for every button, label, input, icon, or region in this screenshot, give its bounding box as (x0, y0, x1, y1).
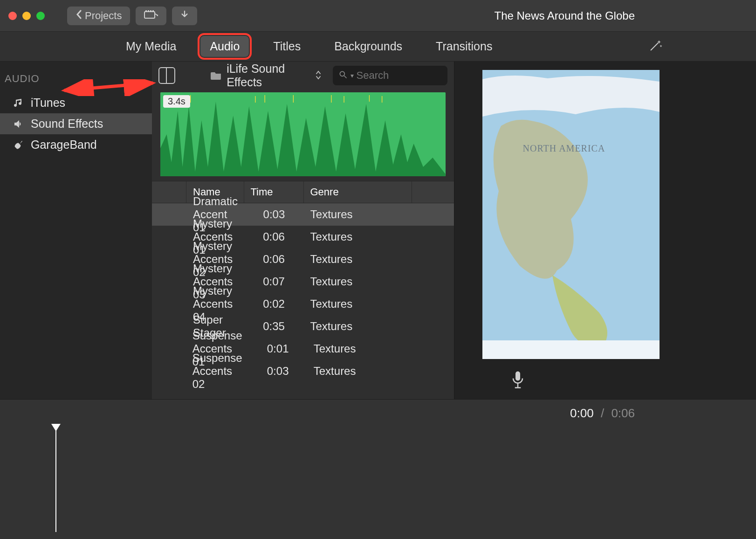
microphone-icon (510, 382, 525, 390)
table-row[interactable]: Suspense Accents 020:03Textures (152, 360, 454, 382)
row-time: 0:06 (244, 230, 304, 243)
svg-text:NORTH AMERICA: NORTH AMERICA (522, 143, 605, 153)
chevron-left-icon (76, 10, 82, 22)
filmstrip-icon (144, 10, 158, 22)
window-title: The News Around the Globe (494, 9, 635, 22)
svg-rect-1 (145, 10, 147, 12)
waveform-icon (160, 92, 446, 176)
tab-backgrounds[interactable]: Backgrounds (325, 36, 412, 57)
svg-rect-2 (148, 10, 149, 12)
row-genre: Textures (304, 230, 412, 243)
minimize-window-button[interactable] (22, 12, 31, 20)
column-extra[interactable] (412, 181, 454, 203)
download-button[interactable] (172, 7, 197, 25)
svg-point-7 (340, 71, 344, 76)
waveform-preview[interactable]: 3.4s (160, 92, 446, 176)
timeline[interactable]: 0:00 / 0:06 (0, 399, 756, 539)
row-name: Suspense Accents 02 (186, 352, 249, 391)
audio-source-picker[interactable]: iLife Sound Effects (211, 62, 321, 89)
audio-sidebar: AUDIO iTunes Sound Effects GarageBand (0, 62, 152, 399)
row-genre: Textures (304, 208, 412, 221)
time-duration: 0:06 (611, 406, 635, 420)
row-genre: Textures (304, 320, 412, 333)
row-time: 0:35 (244, 320, 304, 333)
preview-pane: NORTH AMERICA (454, 62, 756, 399)
sidebar-item-label: GarageBand (31, 138, 97, 152)
download-arrow-icon (180, 10, 189, 22)
tab-titles[interactable]: Titles (264, 36, 310, 57)
svg-rect-3 (150, 10, 151, 12)
row-time: 0:02 (244, 297, 304, 311)
sidebar-item-itunes[interactable]: iTunes (0, 92, 152, 113)
tab-audio[interactable]: Audio (200, 36, 249, 57)
column-time[interactable]: Time (244, 181, 304, 203)
waveform-duration-badge: 3.4s (163, 95, 190, 108)
guitar-icon (12, 139, 24, 151)
magic-wand-button[interactable] (648, 38, 663, 56)
sidebar-header: AUDIO (0, 73, 152, 85)
time-readout: 0:00 / 0:06 (570, 406, 635, 421)
row-genre: Textures (307, 342, 412, 355)
audio-browser: iLife Sound Effects ▾ 3.4s (152, 62, 454, 399)
search-field[interactable]: ▾ (333, 66, 447, 85)
sidebar-item-label: Sound Effects (31, 117, 103, 131)
folder-icon (211, 69, 222, 83)
row-time: 0:03 (249, 365, 307, 378)
svg-rect-4 (152, 10, 154, 12)
row-genre: Textures (304, 275, 412, 288)
time-separator: / (601, 406, 604, 420)
row-genre: Textures (304, 297, 412, 311)
table-row[interactable]: Mystery Accents 040:02Textures (152, 293, 454, 315)
time-current: 0:00 (570, 406, 594, 420)
audio-table: Name Time Genre Dramatic Accent 010:03Te… (152, 181, 454, 399)
updown-chevrons-icon (315, 69, 322, 83)
row-time: 0:01 (249, 342, 307, 355)
projects-back-button[interactable]: Projects (67, 7, 130, 25)
close-window-button[interactable] (8, 12, 17, 20)
row-time: 0:03 (244, 208, 304, 221)
browser-topbar: iLife Sound Effects ▾ (152, 62, 454, 90)
sidebar-toggle-button[interactable] (158, 67, 175, 84)
media-import-button[interactable] (136, 7, 166, 25)
search-icon (338, 70, 348, 81)
sidebar-item-sound-effects[interactable]: Sound Effects (0, 113, 152, 134)
body-split: AUDIO iTunes Sound Effects GarageBand (0, 62, 756, 399)
search-input[interactable] (357, 69, 454, 82)
svg-rect-21 (482, 340, 660, 359)
column-genre[interactable]: Genre (304, 181, 412, 203)
table-body: Dramatic Accent 010:03TexturesMystery Ac… (152, 203, 454, 382)
tab-transitions[interactable]: Transitions (426, 36, 502, 57)
world-map-icon: NORTH AMERICA (482, 70, 660, 359)
titlebar-buttons: Projects (67, 7, 197, 25)
row-time: 0:07 (244, 275, 304, 288)
tab-my-media[interactable]: My Media (117, 36, 186, 57)
chevron-down-icon: ▾ (351, 72, 354, 79)
preview-map-image: NORTH AMERICA (482, 70, 660, 359)
column-handle[interactable] (152, 181, 186, 203)
window-controls (8, 12, 45, 20)
music-note-icon (12, 97, 24, 109)
projects-label: Projects (85, 10, 122, 22)
svg-rect-22 (515, 372, 520, 381)
sidebar-item-garageband[interactable]: GarageBand (0, 134, 152, 155)
magic-wand-icon (648, 41, 663, 56)
row-genre: Textures (304, 253, 412, 266)
zoom-window-button[interactable] (36, 12, 45, 20)
row-genre: Textures (307, 365, 412, 378)
titlebar: Projects The News Around the Globe (0, 0, 756, 32)
voiceover-record-button[interactable] (510, 370, 525, 391)
audio-source-label: iLife Sound Effects (227, 62, 310, 89)
svg-line-8 (344, 76, 346, 78)
row-time: 0:06 (244, 253, 304, 266)
library-tabbar: My Media Audio Titles Backgrounds Transi… (0, 32, 756, 62)
speaker-icon (12, 118, 24, 130)
svg-rect-0 (144, 12, 155, 18)
sidebar-item-label: iTunes (31, 96, 65, 110)
